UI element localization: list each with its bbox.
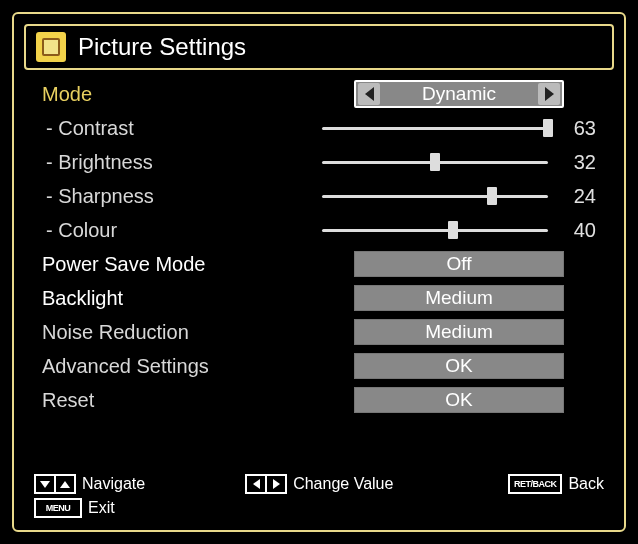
settings-list: Mode Dynamic - Contrast 63 - Brightness [42, 78, 596, 418]
row-sharpness[interactable]: - Sharpness 24 [42, 180, 596, 212]
colour-label: - Colour [42, 219, 322, 242]
arrow-left-icon [245, 474, 267, 494]
arrow-right-icon [265, 474, 287, 494]
arrow-down-icon [34, 474, 56, 494]
row-brightness[interactable]: - Brightness 32 [42, 146, 596, 178]
row-backlight[interactable]: Backlight Medium [42, 282, 596, 314]
slider-knob [543, 119, 553, 137]
row-colour[interactable]: - Colour 40 [42, 214, 596, 246]
power-save-label: Power Save Mode [42, 253, 322, 276]
sharpness-label: - Sharpness [42, 185, 322, 208]
reset-label: Reset [42, 389, 322, 412]
backlight-value[interactable]: Medium [354, 285, 564, 311]
contrast-value: 63 [562, 117, 596, 140]
row-noise-reduction[interactable]: Noise Reduction Medium [42, 316, 596, 348]
slider-knob [487, 187, 497, 205]
chevron-right-icon [545, 87, 554, 101]
hint-bar: Navigate Change Value RET/BACK Back MENU… [34, 474, 604, 518]
hint-back-label: Back [568, 475, 604, 493]
hint-back: RET/BACK Back [508, 474, 604, 494]
mode-value: Dynamic [382, 83, 536, 105]
mode-label: Mode [42, 83, 322, 106]
mode-next-button[interactable] [538, 83, 560, 105]
hint-exit-label: Exit [88, 499, 115, 517]
mode-selector[interactable]: Dynamic [354, 80, 564, 108]
hint-change-value-label: Change Value [293, 475, 393, 493]
picture-icon [36, 32, 66, 62]
sharpness-slider[interactable] [322, 195, 548, 198]
backlight-label: Backlight [42, 287, 322, 310]
colour-slider[interactable] [322, 229, 548, 232]
colour-value: 40 [562, 219, 596, 242]
brightness-slider[interactable] [322, 161, 548, 164]
row-reset[interactable]: Reset OK [42, 384, 596, 416]
advanced-value[interactable]: OK [354, 353, 564, 379]
page-title: Picture Settings [78, 33, 246, 61]
hint-change-value: Change Value [245, 474, 393, 494]
row-contrast[interactable]: - Contrast 63 [42, 112, 596, 144]
chevron-left-icon [365, 87, 374, 101]
sharpness-value: 24 [562, 185, 596, 208]
power-save-value[interactable]: Off [354, 251, 564, 277]
contrast-label: - Contrast [42, 117, 322, 140]
noise-reduction-value[interactable]: Medium [354, 319, 564, 345]
slider-knob [448, 221, 458, 239]
settings-panel: Picture Settings Mode Dynamic - Contrast… [12, 12, 626, 532]
row-mode[interactable]: Mode Dynamic [42, 78, 596, 110]
ret-back-key: RET/BACK [508, 474, 563, 494]
brightness-value: 32 [562, 151, 596, 174]
slider-knob [430, 153, 440, 171]
noise-reduction-label: Noise Reduction [42, 321, 322, 344]
row-advanced-settings[interactable]: Advanced Settings OK [42, 350, 596, 382]
brightness-label: - Brightness [42, 151, 322, 174]
hint-exit: MENU Exit [34, 498, 115, 518]
reset-value[interactable]: OK [354, 387, 564, 413]
menu-key: MENU [34, 498, 82, 518]
arrow-up-icon [54, 474, 76, 494]
hint-navigate: Navigate [34, 474, 145, 494]
title-bar: Picture Settings [24, 24, 614, 70]
advanced-label: Advanced Settings [42, 355, 322, 378]
row-power-save[interactable]: Power Save Mode Off [42, 248, 596, 280]
contrast-slider[interactable] [322, 127, 548, 130]
hint-navigate-label: Navigate [82, 475, 145, 493]
mode-prev-button[interactable] [358, 83, 380, 105]
